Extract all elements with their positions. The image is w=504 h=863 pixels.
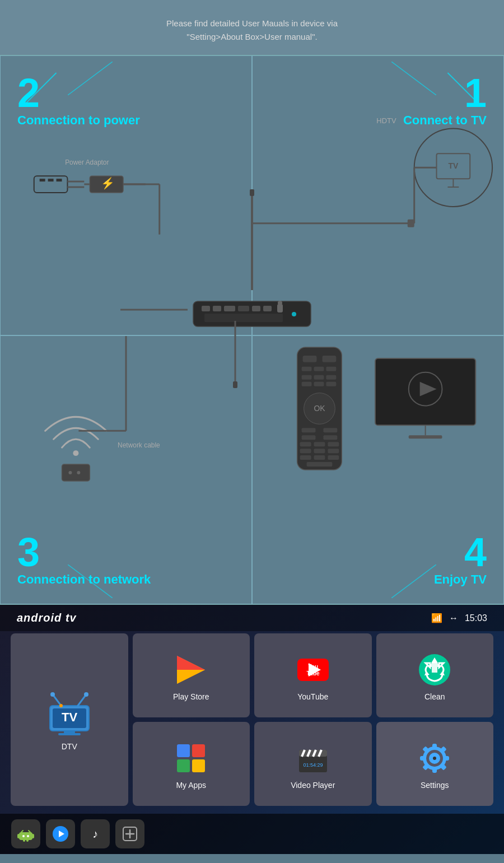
music-btn[interactable]: ♪: [81, 819, 110, 848]
svg-rect-35: [303, 356, 317, 362]
settings-label: Settings: [421, 781, 449, 790]
svg-rect-50: [302, 435, 316, 440]
youtube-label: YouTube: [297, 692, 328, 701]
svg-rect-71: [224, 306, 235, 311]
android-tv-bar: android tv 📶 ↔ 15:03 TV: [0, 605, 504, 854]
playstore-label: Play Store: [173, 692, 209, 701]
bottom-taskbar: ♪: [0, 814, 504, 854]
svg-rect-138: [26, 839, 29, 842]
svg-marker-98: [177, 670, 205, 684]
svg-rect-72: [238, 306, 249, 311]
svg-rect-107: [177, 744, 190, 757]
svg-point-29: [77, 471, 80, 474]
svg-rect-43: [302, 382, 312, 386]
svg-rect-80: [250, 189, 254, 196]
svg-rect-49: [323, 428, 337, 432]
svg-point-90: [84, 692, 88, 697]
svg-rect-41: [314, 375, 324, 380]
svg-line-25: [391, 62, 436, 95]
svg-rect-2: [40, 179, 45, 181]
app-dtv[interactable]: TV DTV: [11, 633, 128, 806]
svg-rect-75: [277, 304, 283, 312]
clean-label: Clean: [424, 692, 445, 701]
atv-status: 📶 ↔ 15:03: [431, 613, 487, 623]
svg-rect-123: [444, 756, 449, 761]
svg-rect-74: [263, 306, 272, 311]
svg-text:Network cable: Network cable: [118, 441, 160, 449]
svg-point-132: [27, 835, 29, 837]
svg-rect-53: [314, 442, 325, 446]
svg-rect-120: [432, 744, 437, 749]
svg-rect-56: [314, 449, 325, 453]
svg-rect-137: [23, 839, 25, 842]
svg-text:TV: TV: [62, 710, 77, 724]
svg-rect-36: [322, 356, 336, 362]
svg-rect-59: [314, 455, 325, 460]
svg-rect-24: [408, 220, 414, 227]
svg-point-77: [292, 312, 296, 316]
svg-point-26: [73, 450, 78, 456]
svg-rect-78: [204, 314, 283, 322]
svg-marker-97: [177, 656, 205, 670]
clock: 15:03: [465, 613, 487, 623]
app-playstore[interactable]: Play Store: [133, 633, 250, 717]
app-youtube[interactable]: You Tube YouTube: [254, 633, 372, 717]
svg-rect-39: [326, 367, 336, 371]
add-icon: [122, 825, 138, 842]
svg-rect-3: [48, 179, 54, 181]
app-clean[interactable]: Clean: [376, 633, 494, 717]
svg-rect-60: [328, 455, 339, 460]
svg-rect-4: [57, 179, 62, 181]
svg-rect-58: [300, 455, 311, 460]
wifi-icon: 📶: [431, 613, 442, 623]
center-device: [188, 290, 316, 337]
instruction-line2: "Setting>About Box>User manual".: [11, 30, 493, 44]
svg-rect-51: [323, 435, 337, 440]
svg-rect-45: [326, 382, 336, 386]
add-btn[interactable]: [115, 819, 144, 848]
svg-text:⚡: ⚡: [101, 176, 115, 190]
app-settings[interactable]: Settings: [376, 722, 494, 806]
svg-text:01:54:29: 01:54:29: [303, 762, 323, 768]
atv-logo: android tv: [17, 612, 77, 624]
svg-line-133: [21, 831, 23, 832]
quadrant-enjoy: OK: [252, 335, 504, 604]
app-myapps[interactable]: My Apps: [133, 722, 250, 806]
clean-icon: [418, 653, 451, 687]
svg-rect-48: [302, 428, 316, 432]
svg-rect-55: [300, 449, 311, 453]
svg-rect-66: [409, 435, 442, 439]
svg-rect-69: [202, 306, 210, 311]
q4-label: 4 Enjoy TV: [434, 532, 487, 587]
svg-rect-38: [314, 367, 324, 371]
svg-rect-1: [34, 176, 68, 193]
youtube-icon: You Tube: [296, 653, 330, 687]
svg-line-67: [391, 565, 436, 598]
svg-rect-122: [420, 756, 426, 761]
instruction-area: Please find detailed User Mauals in devi…: [0, 0, 504, 55]
svg-point-93: [59, 704, 63, 707]
instruction-line1: Please find detailed User Mauals in devi…: [11, 17, 493, 30]
play-btn[interactable]: [46, 819, 75, 848]
svg-rect-108: [192, 744, 205, 757]
svg-line-134: [29, 831, 30, 832]
videoplayer-label: Video Player: [291, 781, 335, 790]
svg-text:♪: ♪: [92, 828, 98, 840]
app-videoplayer[interactable]: 01:54:29 Video Player: [254, 722, 372, 806]
atv-header: android tv 📶 ↔ 15:03: [0, 605, 504, 631]
music-icon: ♪: [87, 825, 104, 842]
svg-rect-52: [300, 442, 311, 446]
svg-rect-61: [307, 462, 333, 467]
svg-text:Power Adaptor: Power Adaptor: [65, 158, 109, 166]
play-icon: [52, 825, 69, 842]
android-btn[interactable]: [11, 819, 40, 848]
svg-point-76: [278, 301, 282, 305]
svg-rect-83: [233, 381, 237, 388]
svg-rect-121: [432, 767, 437, 773]
svg-point-129: [433, 757, 436, 760]
svg-rect-57: [328, 449, 339, 453]
app-grid: TV DTV: [0, 631, 504, 814]
svg-rect-110: [192, 759, 205, 772]
svg-point-28: [68, 471, 72, 474]
myapps-label: My Apps: [176, 781, 206, 790]
